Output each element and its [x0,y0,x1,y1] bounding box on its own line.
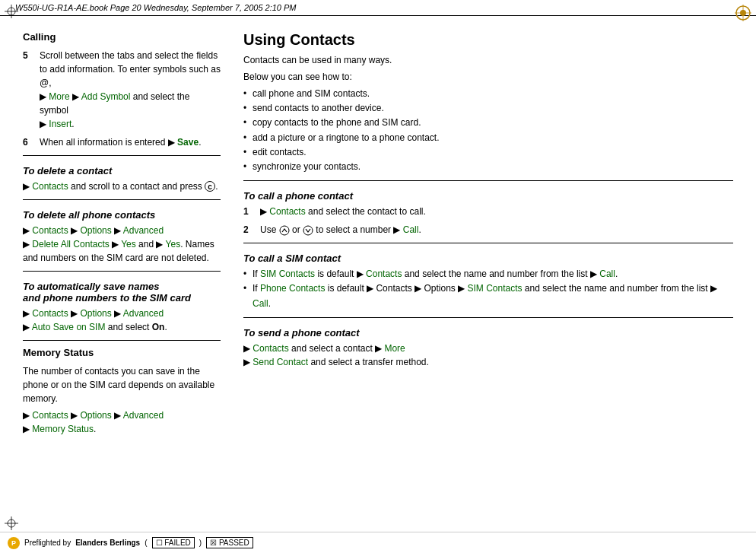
auto-save-ref: Auto Save on SIM [32,322,106,332]
calling-heading: Calling [23,31,221,43]
add-symbol-ref: Add Symbol [81,91,131,102]
step-5-text: Scroll between the tabs and select the f… [40,49,221,131]
company-name: Elanders Berlings [75,539,140,547]
sim-bullet-1: If SIM Contacts is default ▶ Contacts an… [243,267,733,281]
call-ref-2: Call [599,269,615,279]
step-5: 5 Scroll between the tabs and select the… [23,49,221,131]
advanced-ref-3: Advanced [123,410,164,421]
bullet-4: add a picture or a ringtone to a phone c… [243,131,733,145]
sim-contact-list: If SIM Contacts is default ▶ Contacts an… [243,267,733,311]
memory-status-heading: Memory Status [23,347,221,358]
separator2: ) [199,539,202,547]
call-phone-step-2: 2 Use or to select a number ▶ Call. [243,223,733,237]
feature-list: call phone and SIM contacts. send contac… [243,87,733,174]
on-ref: On [152,322,165,332]
options-ref-3: Options [80,410,111,421]
delete-all-body: ▶ Contacts ▶ Options ▶ Advanced ▶ Delete… [23,224,221,265]
step-6-num: 6 [23,135,33,149]
contacts-ref-3: Contacts [32,308,68,319]
bullet-3: copy contacts to the phone and SIM card. [243,116,733,130]
auto-save-body: ▶ Contacts ▶ Options ▶ Advanced ▶ Auto S… [23,307,221,334]
page-container: W550i-UG-R1A-AE.book Page 20 Wednesday, … [0,0,756,553]
yes-ref-2: Yes [166,239,181,249]
advanced-ref-1: Advanced [123,225,164,236]
send-contact-ref: Send Contact [253,357,308,367]
call-phone-title: To call a phone contact [243,190,733,202]
separator: ( [145,539,147,547]
preflighted-logo: P [8,537,20,549]
bullet-6: synchronize your contacts. [243,160,733,174]
call-ref-1: Call [403,224,419,235]
sim-bullet-2: If Phone Contacts is default ▶ Contacts … [243,281,733,310]
send-phone-title: To send a phone contact [243,327,733,338]
divider-right-3 [243,317,733,318]
memory-status-nav: ▶ Contacts ▶ Options ▶ Advanced ▶ Memory… [23,408,221,436]
top-bar-text: W550i-UG-R1A-AE.book Page 20 Wednesday, … [15,3,297,12]
advanced-ref-2: Advanced [123,308,164,319]
contacts-ref-2: Contacts [32,225,68,236]
intro-2: Below you can see how to: [243,70,733,84]
corner-mark-bl [5,516,18,530]
call-sim-title: To call a SIM contact [243,253,733,264]
insert-ref: Insert [49,119,71,129]
svg-point-15 [303,226,313,235]
contacts-ref-6: Contacts [366,269,402,279]
call-phone-text-1: ▶ Contacts and select the contact to cal… [260,205,733,218]
contacts-ref-1: Contacts [32,181,68,192]
divider-1 [23,155,221,156]
preflighted-label: Preflighted by [24,539,71,547]
down-arrow-icon [303,225,313,236]
contacts-ref-4: Contacts [32,410,68,421]
step-6-text: When all information is entered ▶ Save. [40,135,221,149]
top-bar: W550i-UG-R1A-AE.book Page 20 Wednesday, … [0,0,756,16]
save-ref: Save [177,137,199,148]
call-ref-3: Call [253,298,268,309]
sim-contacts-ref-2: SIM Contacts [467,283,522,294]
call-phone-step-1: 1 ▶ Contacts and select the contact to c… [243,205,733,218]
send-phone-body: ▶ Contacts and select a contact ▶ More ▶… [243,342,733,369]
c-button: c [205,181,215,192]
contacts-ref-7: Contacts [253,343,288,354]
auto-save-title: To automatically save namesand phone num… [23,281,221,304]
divider-right-2 [243,243,733,243]
delete-all-ref: Delete All Contacts [32,239,109,249]
failed-badge: ☐ FAILED [152,537,195,548]
memory-status-ref: Memory Status [32,424,94,434]
main-heading: Using Contacts [243,31,733,49]
options-ref-2: Options [80,308,111,319]
intro-1: Contacts can be used in many ways. [243,53,733,67]
left-column: Calling 5 Scroll between the tabs and se… [23,24,221,523]
divider-4 [23,340,221,341]
delete-contact-title: To delete a contact [23,165,221,176]
corner-mark-tl [5,5,18,18]
more-ref-2: More [384,343,405,354]
call-phone-num-1: 1 [243,205,254,218]
options-ref-1: Options [80,225,111,236]
bottom-bar: P Preflighted by Elanders Berlings ( ☐ F… [0,532,756,553]
bullet-5: edit contacts. [243,145,733,160]
delete-contact-body: ▶ Contacts and scroll to a contact and p… [23,180,221,193]
sim-contacts-ref-1: SIM Contacts [260,269,315,279]
right-column: Using Contacts Contacts can be used in m… [243,24,733,523]
memory-status-body: The number of contacts you can save in t… [23,364,221,405]
more-ref: More [49,91,69,102]
call-phone-text-2: Use or to select a number ▶ Call. [260,223,733,237]
svg-point-14 [280,226,289,235]
step-6: 6 When all information is entered ▶ Save… [23,135,221,149]
bullet-1: call phone and SIM contacts. [243,87,733,101]
bullet-2: send contacts to another device. [243,101,733,116]
divider-2 [23,199,221,200]
up-arrow-icon [279,225,290,236]
divider-right-1 [243,180,733,181]
contacts-ref-5: Contacts [269,206,305,217]
passed-badge: ☒ PASSED [206,537,253,548]
phone-contacts-ref-1: Phone Contacts [260,283,325,294]
corner-mark-tr [735,5,751,21]
content-area: Calling 5 Scroll between the tabs and se… [0,16,756,523]
call-phone-num-2: 2 [243,223,254,237]
divider-3 [23,271,221,272]
delete-all-title: To delete all phone contacts [23,209,221,221]
step-5-num: 5 [23,49,33,131]
yes-ref-1: Yes [121,239,136,249]
